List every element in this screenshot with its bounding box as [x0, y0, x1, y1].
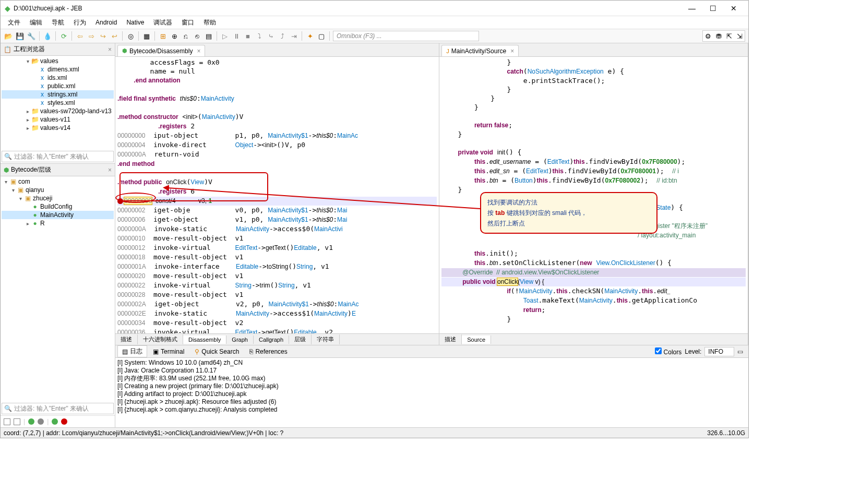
log-tab-quicksearch[interactable]: ⚲Quick Search — [190, 346, 244, 357]
tree-item[interactable]: ▸📁values-v11 — [2, 115, 114, 124]
project-filter-input[interactable]: 🔍 过滤器: 输入"Enter" 来确认 — [2, 151, 114, 162]
green-dot-icon[interactable] — [28, 418, 34, 425]
subtab[interactable]: Source — [462, 335, 491, 344]
tree-icon[interactable]: ⊕ — [170, 31, 179, 41]
subtab[interactable]: Graph — [226, 335, 254, 344]
log-content[interactable]: [I] System: Windows 10 10.0 (amd64) zh_C… — [115, 358, 748, 427]
checkbox-1[interactable] — [4, 418, 10, 425]
tree-item[interactable]: ▾▣com — [2, 177, 114, 186]
tree-item[interactable]: ●MainActivity — [2, 211, 114, 219]
level-select[interactable]: INFO — [704, 347, 734, 356]
references-icon: ⎘ — [249, 348, 253, 355]
wrench-icon[interactable]: 🔧 — [27, 31, 36, 41]
gray-dot-icon[interactable] — [38, 418, 44, 425]
pause-icon[interactable]: ⏸ — [232, 31, 241, 41]
minimize-button[interactable]: — — [681, 2, 702, 15]
tree-item[interactable]: ▾📂values — [2, 57, 114, 65]
tree-item[interactable]: xdimens.xml — [2, 65, 114, 74]
tree-item[interactable]: ●BuildConfig — [2, 202, 114, 211]
undo-icon[interactable]: ↩ — [110, 31, 119, 41]
forward-icon[interactable]: ⇨ — [87, 31, 96, 41]
close-panel-icon[interactable]: × — [108, 46, 112, 53]
tree-item[interactable]: ▸📁values-sw720dp-land-v13 — [2, 107, 114, 115]
step-out-icon[interactable]: ⤴ — [278, 31, 287, 41]
callout-line: 然后打上断点 — [487, 218, 650, 229]
tree-item[interactable]: xids.xml — [2, 74, 114, 82]
status-left: coord: (7,2,7) | addr: Lcom/qianyu/zhuce… — [4, 429, 283, 437]
menu-edit[interactable]: 编辑 — [26, 17, 46, 28]
omnibox[interactable]: Omnibox (F3) ... — [333, 31, 479, 41]
subtab[interactable]: 描述 — [115, 334, 138, 344]
disassembly-code[interactable]: accessFlags = 0x0 name = null .end annot… — [115, 57, 439, 333]
bytecode-tree[interactable]: ▾▣com▾▣qianyu▾▣zhuceji●BuildConfig●MainA… — [1, 176, 115, 402]
subtab[interactable]: 字符串 — [312, 334, 340, 344]
close-panel-icon[interactable]: × — [108, 166, 112, 174]
menu-android[interactable]: Android — [91, 18, 121, 27]
source-subtabs[interactable]: 描述Source — [439, 333, 748, 345]
statusbar: coord: (7,2,7) | addr: Lcom/qianyu/zhuce… — [1, 427, 748, 438]
disasm-subtabs[interactable]: 描述十六进制格式DisassemblyGraphCallgraph层级字符串 — [115, 333, 439, 345]
subtab[interactable]: Callgraph — [254, 335, 289, 344]
colors-checkbox[interactable]: Colors — [655, 347, 681, 356]
callgraph-icon[interactable]: ⎋ — [193, 31, 202, 41]
code-icon[interactable]: ▤ — [204, 31, 213, 41]
bytecode-hierarchy-title: Bytecode/层级 — [11, 165, 51, 174]
tree-item[interactable]: ▾▣qianyu — [2, 186, 114, 194]
grid-icon[interactable]: ⊞ — [158, 31, 168, 41]
database-icon[interactable]: ⛃ — [714, 31, 723, 41]
import-icon[interactable]: ⇲ — [735, 31, 744, 41]
subtab[interactable]: Disassembly — [183, 335, 226, 344]
menu-nav[interactable]: 导航 — [47, 17, 68, 28]
tree-item[interactable]: xstrings.xml — [2, 90, 114, 99]
run-icon[interactable]: ▷ — [220, 31, 230, 41]
tree-item[interactable]: ▸●R — [2, 219, 114, 227]
back-icon[interactable]: ⇦ — [75, 31, 85, 41]
close-button[interactable]: ✕ — [723, 2, 744, 15]
menu-action[interactable]: 行为 — [69, 17, 90, 28]
tab-disassembly[interactable]: ⬢ Bytecode/Disassembly × — [117, 45, 205, 56]
tree-item[interactable]: xstyles.xml — [2, 99, 114, 107]
target-icon[interactable]: ◎ — [126, 31, 135, 41]
droplet-icon[interactable]: 💧 — [43, 31, 52, 41]
script-icon[interactable]: ⚙ — [703, 31, 713, 41]
subtab[interactable]: 描述 — [439, 334, 462, 344]
project-tree[interactable]: ▾📂valuesxdimens.xmlxids.xmlxpublic.xmlxs… — [1, 56, 115, 150]
refresh-icon[interactable]: ⟳ — [59, 31, 68, 41]
log-tab-references[interactable]: ⎘References — [245, 346, 292, 357]
menu-window[interactable]: 窗口 — [177, 17, 198, 28]
step-over-icon[interactable]: ⤵ — [255, 31, 264, 41]
redo-icon[interactable]: ↪ — [98, 31, 107, 41]
tab-source[interactable]: J MainActivity/Source × — [441, 45, 519, 56]
expand-icon[interactable]: ▭ — [737, 348, 743, 355]
export-icon[interactable]: ⇱ — [724, 31, 734, 41]
checkbox-2[interactable] — [14, 418, 20, 425]
tree-item[interactable]: xpublic.xml — [2, 82, 114, 90]
menu-native[interactable]: Native — [122, 18, 148, 27]
open-icon[interactable]: 📂 — [4, 31, 13, 41]
bytecode-filter-input[interactable]: 🔍 过滤器: 输入"Enter" 来确认 — [2, 403, 114, 414]
wand-icon[interactable]: ✦ — [305, 31, 315, 41]
graph-icon[interactable]: ⎌ — [181, 31, 190, 41]
tree-item[interactable]: ▸📁values-v14 — [2, 124, 114, 132]
close-tab-icon[interactable]: × — [197, 47, 200, 55]
box-icon[interactable]: ▢ — [317, 31, 326, 41]
close-tab-icon[interactable]: × — [510, 47, 514, 55]
log-tab-log[interactable]: ▤日志 — [117, 345, 147, 357]
log-tab-terminal[interactable]: ▣Terminal — [148, 346, 189, 357]
tree-item[interactable]: ▾▣zhuceji — [2, 194, 114, 202]
step-into-icon[interactable]: ⤷ — [266, 31, 276, 41]
red-dot-icon[interactable] — [61, 418, 67, 425]
table-icon[interactable]: ▦ — [142, 31, 151, 41]
subtab[interactable]: 层级 — [289, 334, 312, 344]
menu-file[interactable]: 文件 — [4, 17, 25, 28]
green-dot-icon[interactable] — [52, 418, 58, 425]
project-explorer-title: 工程浏览器 — [14, 45, 45, 54]
save-icon[interactable]: 💾 — [15, 31, 25, 41]
menu-debugger[interactable]: 调试器 — [149, 17, 176, 28]
callout-line: 找到要调试的方法 — [487, 197, 650, 208]
stop-icon[interactable]: ■ — [243, 31, 253, 41]
step-icon[interactable]: ⇥ — [289, 31, 298, 41]
maximize-button[interactable]: ☐ — [702, 2, 723, 15]
menu-help[interactable]: 帮助 — [199, 17, 220, 28]
subtab[interactable]: 十六进制格式 — [138, 334, 183, 344]
